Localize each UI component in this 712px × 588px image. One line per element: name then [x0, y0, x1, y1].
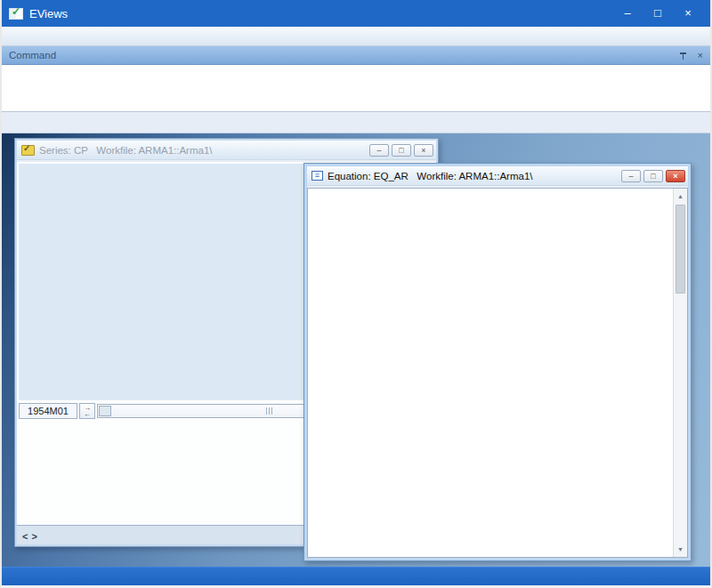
- dock-tab-bar: [2, 112, 710, 133]
- workspace: Series: CP Workfile: ARMA1::Arma1\ – □ ×…: [2, 133, 710, 567]
- close-icon[interactable]: ×: [673, 0, 703, 27]
- scrollbar-grip[interactable]: [266, 407, 274, 415]
- series-window-titlebar[interactable]: Series: CP Workfile: ARMA1::Arma1\ – □ ×: [17, 141, 436, 159]
- equation-maximize-icon[interactable]: □: [643, 170, 663, 182]
- sample-start-label: 1954M01: [19, 403, 77, 419]
- equation-minimize-icon[interactable]: –: [621, 170, 641, 182]
- page-tab-arrows[interactable]: <>: [20, 531, 46, 544]
- minimize-icon[interactable]: –: [612, 0, 643, 27]
- vertical-scrollbar-thumb[interactable]: [676, 205, 685, 294]
- scroll-up-icon[interactable]: ▲: [674, 189, 687, 203]
- equation-window-title: Equation: EQ_AR Workfile: ARMA1::Arma1\: [328, 171, 533, 181]
- equation-output: ▲ ▼: [307, 188, 688, 558]
- series-maximize-icon[interactable]: □: [392, 144, 411, 157]
- menu-bar: [2, 27, 710, 46]
- series-icon: [21, 145, 35, 156]
- series-close-icon[interactable]: ×: [414, 144, 433, 157]
- scrollbar-thumb[interactable]: [99, 406, 111, 416]
- window-controls: – □ ×: [612, 0, 703, 27]
- status-bar: [2, 567, 710, 585]
- equation-icon: ≡: [312, 171, 323, 181]
- maximize-icon[interactable]: □: [643, 0, 673, 27]
- pin-icon[interactable]: [679, 52, 687, 60]
- window-title: EViews: [29, 7, 68, 20]
- command-close-icon[interactable]: ×: [698, 52, 703, 60]
- command-input[interactable]: [2, 65, 710, 112]
- equation-window-titlebar[interactable]: ≡ Equation: EQ_AR Workfile: ARMA1::Arma1…: [307, 166, 688, 185]
- vertical-scrollbar[interactable]: ▲ ▼: [673, 189, 687, 557]
- equation-close-icon[interactable]: ×: [666, 170, 685, 182]
- command-pane-title: Command: [9, 50, 56, 60]
- left-arrow-icon: ←: [84, 411, 91, 417]
- series-window-title: Series: CP Workfile: ARMA1::Arma1\: [39, 145, 213, 156]
- equation-window: ≡ Equation: EQ_AR Workfile: ARMA1::Arma1…: [303, 163, 692, 561]
- scroll-down-icon[interactable]: ▼: [674, 543, 687, 556]
- series-minimize-icon[interactable]: –: [369, 144, 389, 157]
- eviews-window: EViews – □ × Command × Series: CP Workfi…: [0, 0, 712, 588]
- equation-output-text: [308, 189, 673, 557]
- command-pane-header[interactable]: Command ×: [2, 46, 710, 65]
- eviews-logo-icon: [9, 8, 23, 20]
- window-titlebar[interactable]: EViews – □ ×: [2, 0, 710, 27]
- scroll-transfer-button[interactable]: → ←: [79, 403, 95, 419]
